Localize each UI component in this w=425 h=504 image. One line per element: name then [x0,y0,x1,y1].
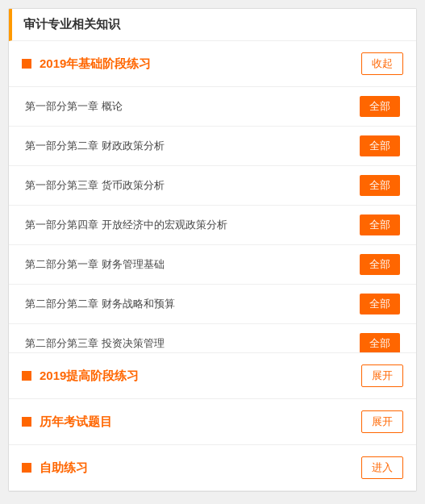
section-advanced-header: 2019提高阶段练习 展开 [9,353,416,398]
chapter-all-button[interactable]: 全部 [360,254,400,275]
list-item: 第一部分第四章 开放经济中的宏观政策分析 全部 [9,206,416,245]
section-advanced-toggle-button[interactable]: 展开 [361,364,403,387]
section-history-toggle-button[interactable]: 展开 [361,410,403,433]
section-self-square [22,463,31,473]
section-basic-content[interactable]: 第一部分第一章 概论 全部 第一部分第二章 财政政策分析 全部 第一部分第三章 … [9,86,416,352]
chapter-name: 第二部分第二章 财务战略和预算 [25,297,360,311]
section-advanced-square [22,371,31,381]
section-advanced-title-wrap: 2019提高阶段练习 [22,369,139,384]
list-item: 第一部分第二章 财政政策分析 全部 [9,127,416,166]
chapter-all-button[interactable]: 全部 [360,175,400,196]
chapter-all-button[interactable]: 全部 [360,215,400,235]
chapter-name: 第一部分第一章 概论 [25,99,360,114]
section-history-title: 历年考试题目 [40,414,112,430]
section-history-header: 历年考试题目 展开 [9,399,416,444]
section-history-square [22,417,31,427]
section-basic: 2019年基础阶段练习 收起 第一部分第一章 概论 全部 第一部分第二章 财政政… [9,41,416,353]
section-basic-square [22,59,31,69]
section-advanced: 2019提高阶段练习 展开 [9,353,416,399]
list-item: 第一部分第三章 货币政策分析 全部 [9,166,416,206]
section-self-header: 自助练习 进入 [9,445,416,490]
main-card: 审计专业相关知识 2019年基础阶段练习 收起 第一部分第一章 概论 全部 [8,8,417,492]
page-title: 审计专业相关知识 [23,17,120,31]
section-basic-toggle-button[interactable]: 收起 [361,52,403,75]
list-item: 第一部分第一章 概论 全部 [9,87,416,127]
list-item: 第二部分第二章 财务战略和预算 全部 [9,285,416,324]
section-basic-title: 2019年基础阶段练习 [40,56,151,72]
list-item: 第二部分第一章 财务管理基础 全部 [9,245,416,285]
chapter-all-button[interactable]: 全部 [360,333,400,352]
chapter-name: 第一部分第四章 开放经济中的宏观政策分析 [25,218,360,232]
chapter-name: 第二部分第一章 财务管理基础 [25,257,360,272]
chapter-name: 第一部分第三章 货币政策分析 [25,178,360,193]
chapter-name: 第一部分第二章 财政政策分析 [25,139,360,153]
section-self-enter-button[interactable]: 进入 [361,456,403,479]
section-history: 历年考试题目 展开 [9,399,416,445]
section-self-title-wrap: 自助练习 [22,460,88,476]
chapter-name: 第二部分第三章 投资决策管理 [25,336,360,351]
chapter-all-button[interactable]: 全部 [360,96,400,117]
section-self: 自助练习 进入 [9,445,416,491]
section-basic-title-wrap: 2019年基础阶段练习 [22,56,151,72]
page-container: 审计专业相关知识 2019年基础阶段练习 收起 第一部分第一章 概论 全部 [0,0,425,504]
card-header: 审计专业相关知识 [9,9,416,41]
section-basic-header: 2019年基础阶段练习 收起 [9,41,416,86]
chapter-list-basic: 第一部分第一章 概论 全部 第一部分第二章 财政政策分析 全部 第一部分第三章 … [9,87,416,352]
chapter-all-button[interactable]: 全部 [360,294,400,314]
section-advanced-title: 2019提高阶段练习 [40,369,139,384]
list-item: 第二部分第三章 投资决策管理 全部 [9,324,416,352]
section-history-title-wrap: 历年考试题目 [22,414,112,430]
section-self-title: 自助练习 [40,460,88,476]
chapter-all-button[interactable]: 全部 [360,135,400,156]
